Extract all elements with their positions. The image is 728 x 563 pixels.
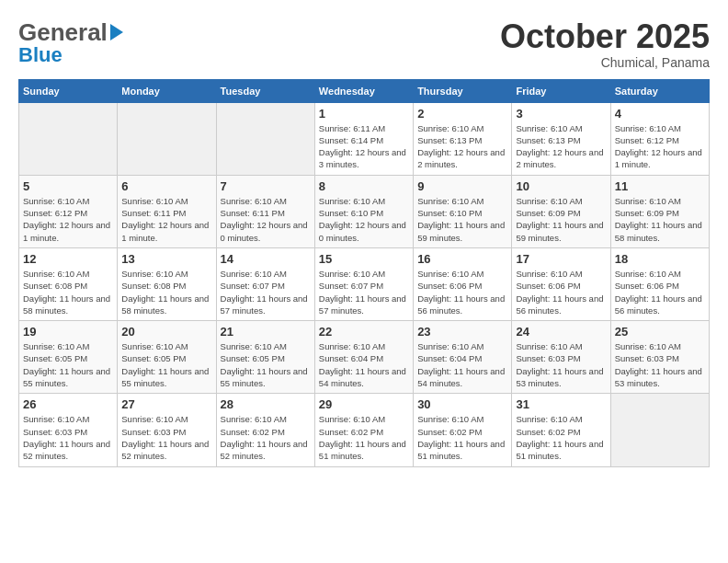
day-number: 8 [319, 179, 409, 193]
table-row: 31Sunrise: 6:10 AM Sunset: 6:02 PM Dayli… [512, 394, 610, 466]
table-row: 22Sunrise: 6:10 AM Sunset: 6:04 PM Dayli… [314, 321, 413, 394]
day-info: Sunrise: 6:10 AM Sunset: 6:11 PM Dayligh… [121, 195, 211, 244]
day-number: 4 [615, 107, 705, 121]
table-row [118, 102, 216, 175]
day-info: Sunrise: 6:10 AM Sunset: 6:12 PM Dayligh… [23, 195, 113, 244]
day-info: Sunrise: 6:10 AM Sunset: 6:05 PM Dayligh… [121, 340, 211, 389]
day-info: Sunrise: 6:10 AM Sunset: 6:03 PM Dayligh… [23, 413, 113, 462]
header-friday: Friday [512, 79, 610, 102]
table-row: 27Sunrise: 6:10 AM Sunset: 6:03 PM Dayli… [118, 394, 216, 466]
table-row: 28Sunrise: 6:10 AM Sunset: 6:02 PM Dayli… [216, 394, 314, 466]
table-row: 9Sunrise: 6:10 AM Sunset: 6:10 PM Daylig… [414, 175, 512, 247]
table-row: 8Sunrise: 6:10 AM Sunset: 6:10 PM Daylig… [314, 175, 413, 247]
day-info: Sunrise: 6:10 AM Sunset: 6:02 PM Dayligh… [319, 413, 409, 462]
calendar-table: Sunday Monday Tuesday Wednesday Thursday… [18, 79, 710, 467]
day-info: Sunrise: 6:10 AM Sunset: 6:03 PM Dayligh… [121, 413, 211, 462]
header-saturday: Saturday [610, 79, 709, 102]
table-row: 3Sunrise: 6:10 AM Sunset: 6:13 PM Daylig… [512, 102, 610, 175]
table-row: 19Sunrise: 6:10 AM Sunset: 6:05 PM Dayli… [19, 321, 118, 394]
table-row: 24Sunrise: 6:10 AM Sunset: 6:03 PM Dayli… [512, 321, 610, 394]
month-title: October 2025 [500, 18, 710, 55]
day-info: Sunrise: 6:10 AM Sunset: 6:06 PM Dayligh… [516, 268, 606, 316]
day-info: Sunrise: 6:10 AM Sunset: 6:09 PM Dayligh… [516, 195, 606, 244]
week-row-3: 12Sunrise: 6:10 AM Sunset: 6:08 PM Dayli… [19, 247, 710, 320]
day-info: Sunrise: 6:10 AM Sunset: 6:03 PM Dayligh… [516, 340, 606, 389]
day-info: Sunrise: 6:10 AM Sunset: 6:08 PM Dayligh… [23, 268, 113, 316]
day-number: 31 [516, 397, 606, 411]
day-number: 24 [516, 325, 606, 339]
day-number: 6 [121, 179, 211, 193]
day-info: Sunrise: 6:10 AM Sunset: 6:10 PM Dayligh… [319, 195, 409, 244]
day-number: 15 [319, 252, 409, 266]
logo: General Blue [18, 18, 123, 67]
table-row: 29Sunrise: 6:10 AM Sunset: 6:02 PM Dayli… [314, 394, 413, 466]
header-tuesday: Tuesday [216, 79, 314, 102]
table-row: 6Sunrise: 6:10 AM Sunset: 6:11 PM Daylig… [118, 175, 216, 247]
table-row: 21Sunrise: 6:10 AM Sunset: 6:05 PM Dayli… [216, 321, 314, 394]
day-info: Sunrise: 6:10 AM Sunset: 6:05 PM Dayligh… [221, 340, 311, 389]
table-row: 15Sunrise: 6:10 AM Sunset: 6:07 PM Dayli… [314, 247, 413, 320]
day-info: Sunrise: 6:10 AM Sunset: 6:10 PM Dayligh… [417, 195, 507, 244]
table-row: 17Sunrise: 6:10 AM Sunset: 6:06 PM Dayli… [512, 247, 610, 320]
logo-triangle-icon [110, 24, 123, 40]
day-number: 22 [319, 325, 409, 339]
table-row: 1Sunrise: 6:11 AM Sunset: 6:14 PM Daylig… [314, 102, 413, 175]
table-row: 5Sunrise: 6:10 AM Sunset: 6:12 PM Daylig… [19, 175, 118, 247]
week-row-5: 26Sunrise: 6:10 AM Sunset: 6:03 PM Dayli… [19, 394, 710, 466]
day-number: 23 [417, 325, 507, 339]
day-info: Sunrise: 6:10 AM Sunset: 6:05 PM Dayligh… [23, 340, 113, 389]
day-number: 5 [23, 179, 113, 193]
table-row: 23Sunrise: 6:10 AM Sunset: 6:04 PM Dayli… [414, 321, 512, 394]
table-row: 30Sunrise: 6:10 AM Sunset: 6:02 PM Dayli… [414, 394, 512, 466]
day-info: Sunrise: 6:10 AM Sunset: 6:13 PM Dayligh… [516, 122, 606, 171]
header-monday: Monday [118, 79, 216, 102]
day-info: Sunrise: 6:10 AM Sunset: 6:08 PM Dayligh… [121, 268, 211, 316]
day-number: 2 [417, 107, 507, 121]
day-number: 14 [221, 252, 311, 266]
day-number: 7 [221, 179, 311, 193]
table-row [19, 102, 118, 175]
day-info: Sunrise: 6:10 AM Sunset: 6:13 PM Dayligh… [417, 122, 507, 171]
table-row: 10Sunrise: 6:10 AM Sunset: 6:09 PM Dayli… [512, 175, 610, 247]
table-row: 11Sunrise: 6:10 AM Sunset: 6:09 PM Dayli… [610, 175, 709, 247]
table-row: 4Sunrise: 6:10 AM Sunset: 6:12 PM Daylig… [610, 102, 709, 175]
day-info: Sunrise: 6:10 AM Sunset: 6:11 PM Dayligh… [221, 195, 311, 244]
day-info: Sunrise: 6:10 AM Sunset: 6:02 PM Dayligh… [221, 413, 311, 462]
table-row: 2Sunrise: 6:10 AM Sunset: 6:13 PM Daylig… [414, 102, 512, 175]
table-row: 12Sunrise: 6:10 AM Sunset: 6:08 PM Dayli… [19, 247, 118, 320]
table-row: 25Sunrise: 6:10 AM Sunset: 6:03 PM Dayli… [610, 321, 709, 394]
day-info: Sunrise: 6:10 AM Sunset: 6:02 PM Dayligh… [516, 413, 606, 462]
day-number: 21 [221, 325, 311, 339]
week-row-1: 1Sunrise: 6:11 AM Sunset: 6:14 PM Daylig… [19, 102, 710, 175]
day-number: 13 [121, 252, 211, 266]
page-header: General Blue October 2025 Chumical, Pana… [18, 18, 710, 70]
title-area: October 2025 Chumical, Panama [500, 18, 710, 70]
table-row [216, 102, 314, 175]
day-info: Sunrise: 6:10 AM Sunset: 6:02 PM Dayligh… [417, 413, 507, 462]
day-number: 9 [417, 179, 507, 193]
day-number: 28 [221, 397, 311, 411]
day-info: Sunrise: 6:10 AM Sunset: 6:09 PM Dayligh… [615, 195, 705, 244]
day-number: 11 [615, 179, 705, 193]
header-sunday: Sunday [19, 79, 118, 102]
header-wednesday: Wednesday [314, 79, 413, 102]
day-number: 27 [121, 397, 211, 411]
logo-blue: Blue [18, 43, 63, 67]
table-row: 26Sunrise: 6:10 AM Sunset: 6:03 PM Dayli… [19, 394, 118, 466]
day-number: 29 [319, 397, 409, 411]
day-number: 12 [23, 252, 113, 266]
day-number: 17 [516, 252, 606, 266]
day-number: 10 [516, 179, 606, 193]
day-info: Sunrise: 6:11 AM Sunset: 6:14 PM Dayligh… [319, 122, 409, 171]
day-info: Sunrise: 6:10 AM Sunset: 6:06 PM Dayligh… [417, 268, 507, 316]
day-number: 18 [615, 252, 705, 266]
day-number: 1 [319, 107, 409, 121]
day-number: 16 [417, 252, 507, 266]
header-thursday: Thursday [414, 79, 512, 102]
table-row [610, 394, 709, 466]
day-info: Sunrise: 6:10 AM Sunset: 6:04 PM Dayligh… [319, 340, 409, 389]
day-number: 3 [516, 107, 606, 121]
day-info: Sunrise: 6:10 AM Sunset: 6:07 PM Dayligh… [221, 268, 311, 316]
table-row: 13Sunrise: 6:10 AM Sunset: 6:08 PM Dayli… [118, 247, 216, 320]
week-row-2: 5Sunrise: 6:10 AM Sunset: 6:12 PM Daylig… [19, 175, 710, 247]
